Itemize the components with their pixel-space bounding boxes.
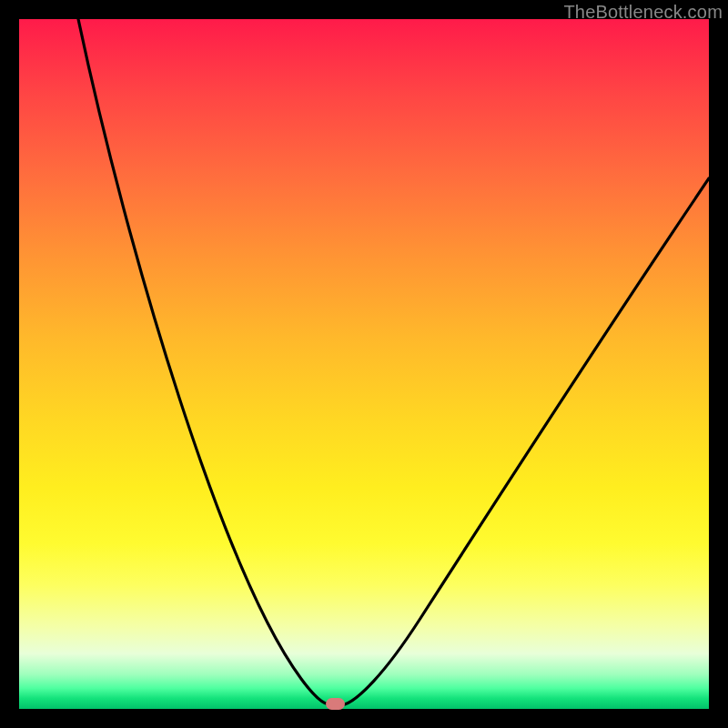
curve-left-branch: [78, 19, 329, 704]
outer-frame: TheBottleneck.com: [0, 0, 728, 728]
plot-area: [19, 19, 709, 709]
curve-right-branch: [345, 178, 709, 704]
bottleneck-curve: [19, 19, 709, 709]
watermark-text: TheBottleneck.com: [563, 2, 723, 23]
optimum-marker: [326, 698, 345, 710]
